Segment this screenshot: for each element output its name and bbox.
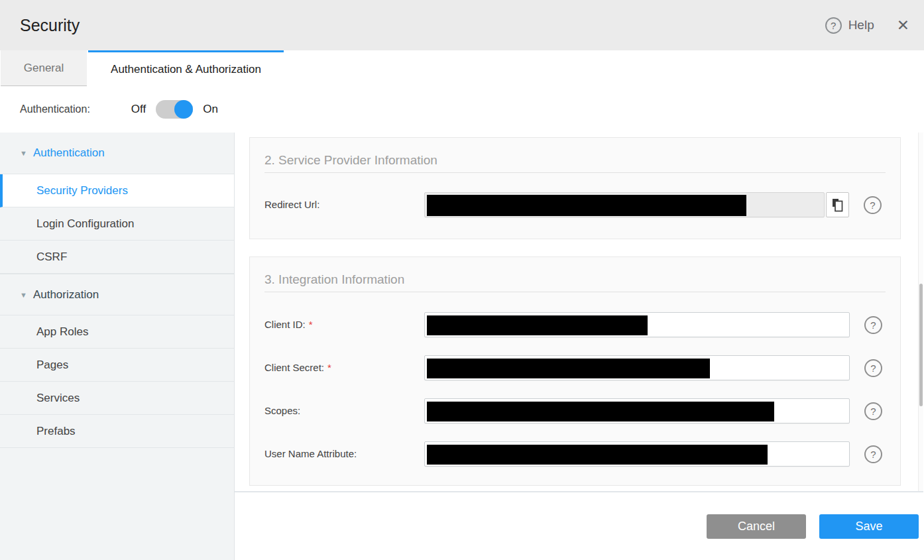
- required-asterisk: *: [327, 362, 331, 373]
- field-label: Client Secret:*: [264, 355, 424, 380]
- redacted-value: [427, 445, 768, 465]
- help-icon[interactable]: ?: [825, 17, 842, 34]
- client-secret-input[interactable]: [424, 355, 850, 380]
- chevron-down-icon: ▼: [20, 291, 27, 299]
- section-divider: [264, 292, 886, 292]
- sidebar-group-authorization[interactable]: ▼ Authorization: [0, 274, 234, 315]
- sidebar-item-pages[interactable]: Pages: [0, 349, 234, 382]
- titlebar-actions: ? Help ✕: [825, 17, 909, 34]
- field-help-icon[interactable]: ?: [864, 359, 882, 377]
- section-title: 2. Service Provider Information: [264, 152, 886, 168]
- question-glyph: ?: [870, 319, 876, 331]
- redacted-value: [427, 402, 774, 421]
- required-asterisk: *: [309, 319, 313, 330]
- field-label: Scopes:: [264, 398, 424, 423]
- vertical-scrollbar: [918, 133, 923, 491]
- save-button[interactable]: Save: [819, 514, 919, 539]
- copy-glyph: [832, 198, 843, 212]
- copy-icon[interactable]: [826, 192, 849, 217]
- client-id-input[interactable]: [424, 312, 850, 337]
- toggle-off-label: Off: [131, 103, 146, 116]
- question-glyph: ?: [831, 20, 836, 31]
- question-glyph: ?: [870, 363, 876, 374]
- field-row-scopes: Scopes: ?: [250, 398, 900, 423]
- tab-authentication-authorization[interactable]: Authentication & Authorization: [88, 50, 284, 86]
- field-row-redirect-url: Redirect Url: ?: [250, 192, 900, 217]
- sidebar-item-login-configuration[interactable]: Login Configuration: [0, 207, 234, 241]
- sidebar-item-security-providers[interactable]: Security Providers: [0, 174, 234, 207]
- close-icon[interactable]: ✕: [897, 18, 909, 33]
- footer: Cancel Save: [235, 491, 923, 560]
- field-help-icon[interactable]: ?: [864, 445, 882, 463]
- tab-general[interactable]: General: [1, 50, 87, 86]
- sidebar-item-services[interactable]: Services: [0, 382, 234, 415]
- sidebar: ▼ Authentication Security Providers Logi…: [0, 133, 235, 560]
- field-row-client-secret: Client Secret:* ?: [250, 355, 900, 380]
- tab-bar: General Authentication & Authorization: [0, 50, 924, 86]
- field-help-icon[interactable]: ?: [864, 196, 882, 214]
- sidebar-item-prefabs[interactable]: Prefabs: [0, 415, 234, 448]
- field-help-icon[interactable]: ?: [864, 402, 882, 420]
- redacted-value: [427, 315, 648, 335]
- redacted-value: [427, 195, 746, 216]
- dialog-body: ▼ Authentication Security Providers Logi…: [0, 133, 924, 560]
- help-link[interactable]: Help: [848, 18, 874, 32]
- redacted-value: [427, 359, 710, 378]
- section-integration-information: 3. Integration Information Client ID:* ?…: [249, 256, 901, 486]
- section-title: 3. Integration Information: [264, 272, 886, 287]
- question-glyph: ?: [870, 406, 876, 417]
- redirect-url-input[interactable]: [424, 192, 825, 217]
- field-label: User Name Attribute:: [264, 441, 424, 467]
- sidebar-group-label: Authorization: [33, 288, 99, 302]
- cancel-button[interactable]: Cancel: [707, 514, 806, 539]
- user-name-attribute-input[interactable]: [424, 441, 850, 467]
- section-divider: [264, 172, 886, 173]
- question-glyph: ?: [870, 449, 876, 460]
- field-row-user-name-attribute: User Name Attribute: ?: [250, 441, 900, 467]
- authentication-toggle-row: Authentication: Off On: [0, 86, 924, 133]
- field-label: Client ID:*: [264, 312, 424, 337]
- sidebar-item-csrf[interactable]: CSRF: [0, 241, 234, 274]
- question-glyph: ?: [870, 199, 875, 211]
- sidebar-group-authentication[interactable]: ▼ Authentication: [0, 133, 234, 174]
- authentication-toggle-label: Authentication:: [20, 103, 90, 115]
- field-label: Redirect Url:: [264, 192, 424, 217]
- chevron-down-icon: ▼: [20, 149, 27, 157]
- toggle-on-label: On: [203, 103, 218, 116]
- field-row-client-id: Client ID:* ?: [250, 312, 900, 337]
- scrollbar-thumb[interactable]: [919, 284, 923, 406]
- authentication-toggle[interactable]: [156, 100, 193, 119]
- toggle-knob: [174, 100, 193, 119]
- security-dialog: Security ? Help ✕ General Authentication…: [0, 0, 924, 560]
- sidebar-group-label: Authentication: [33, 146, 105, 160]
- scopes-input[interactable]: [424, 398, 850, 423]
- sidebar-item-app-roles[interactable]: App Roles: [0, 315, 234, 349]
- page-title: Security: [20, 16, 80, 35]
- field-help-icon[interactable]: ?: [864, 316, 882, 334]
- section-service-provider-information: 2. Service Provider Information Redirect…: [249, 137, 901, 239]
- main-panel: 2. Service Provider Information Redirect…: [235, 133, 923, 560]
- titlebar: Security ? Help ✕: [0, 0, 924, 50]
